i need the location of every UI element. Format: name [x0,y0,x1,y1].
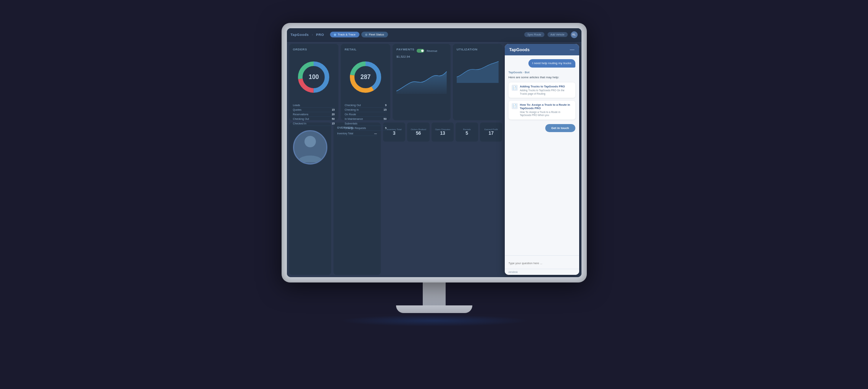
retail-card: Retail 287 [341,44,390,120]
dashboard-area: Orders 100 [289,44,502,275]
article-icon-1: 📄 [512,85,518,91]
metric-disputes: Open Disputes 13 [432,123,454,142]
area-chart-svg [396,62,447,100]
svg-point-9 [304,136,316,147]
list-item: Subrentals [345,121,386,126]
nav-tabs: Track & Trace Fleet Status [330,32,388,37]
article-card-1[interactable]: 📄 Adding Trucks to TapGoods PRO Adding T… [509,82,575,98]
nav-subtitle: PRO [316,33,324,37]
list-item: Quotes 15 [293,108,335,112]
orders-donut-number: 100 [309,74,319,81]
metric-value: 3 [386,131,403,136]
retail-card-title: Retail [345,48,386,51]
metric-value: 56 [410,131,427,136]
orders-list: Leads Quotes 15 Reservations [293,103,335,126]
metric-profit: Earned Profit 17 [480,123,502,142]
dashboard: TapGoods › PRO Track & Trace Fleet Statu… [287,28,581,277]
article-title-1: Adding Trucks to TapGoods PRO [520,85,572,88]
checkin-stats-card: Overview Inventory Total — [333,123,381,275]
orders-donut-wrap: 100 [293,54,335,100]
chat-title: TapGoods [509,47,530,52]
metric-value: 5 [459,131,475,136]
orders-donut: 100 [296,60,331,94]
chat-header: TapGoods — [505,44,579,55]
list-item: Checking In 15 [345,108,386,112]
chat-footer: zendesk [505,269,579,275]
utilization-chart [457,54,499,85]
article-card-2[interactable]: 📄 How To: Assign a Truck to a Route in T… [509,101,575,119]
payments-header: Payments Revenue [396,48,447,54]
metric-value: 13 [435,131,451,136]
utilization-card: Utilization [453,44,502,120]
monitor-neck [423,282,446,305]
utilization-title: Utilization [457,48,499,51]
bot-response: TapGoods · Bot Here are some articles th… [509,71,575,79]
metrics-row: Inventory Total 3 Orders Booked 56 Open … [383,123,502,142]
article-text-1: Adding Trucks to TapGoods PRO Adding Tru… [520,85,572,95]
retail-donut: 287 [348,60,383,94]
nav-tab-track[interactable]: Track & Trace [330,32,359,37]
user-message-bubble: I need help routing my trucks [528,59,575,68]
chat-close-button[interactable]: — [570,47,575,52]
payments-title: Payments [396,48,414,51]
metric-orders: Orders Booked 56 [407,123,430,142]
retail-list: Checking Out 9 Checking In 15 On Route [345,103,386,131]
chat-widget: TapGoods — I need help routing my trucks… [505,44,579,275]
orders-card-title: Orders [293,48,335,51]
top-nav: TapGoods › PRO Track & Trace Fleet Statu… [287,28,581,42]
chat-input-area [505,255,579,269]
cards-row: Orders 100 [289,44,502,120]
avatar-card [289,123,331,275]
stat-item: Inventory Total — [337,131,377,136]
list-item: Checking Out 9 [345,103,386,108]
retail-donut-number: 287 [361,74,371,81]
sync-route-btn[interactable]: Sync Route [524,32,544,37]
payments-card: Payments Revenue $1,522.94 [393,44,451,120]
bot-message: Here are some articles that may help: [509,75,575,79]
tab-dot [334,34,336,36]
article-desc-2: How To: Assign a Truck to a Route in Tap… [520,111,572,117]
nav-tab-fleet[interactable]: Fleet Status [361,32,388,37]
monitor-screen-wrap: TapGoods › PRO Track & Trace Fleet Statu… [282,23,587,282]
nav-avatar[interactable]: RL [571,31,578,38]
revenue-toggle[interactable] [417,49,424,53]
list-item: Leads [293,103,335,108]
orders-card: Orders 100 [289,44,339,120]
bot-label: TapGoods · Bot [509,71,575,74]
chat-input[interactable] [509,261,575,265]
list-item: On Route [345,112,386,117]
article-icon-2: 📄 [512,103,518,109]
nav-logo: TapGoods [291,33,309,37]
list-item: In Maintenance 50 [345,117,386,121]
list-item: Reservations 20 [293,112,335,117]
stats-row: Overview Inventory Total — I [289,123,502,275]
list-item: Checked In 15 [293,121,335,126]
retail-donut-wrap: 287 [345,54,386,100]
monitor-shadow [339,315,530,326]
metric-rentals: Rentals 5 [456,123,478,142]
monitor-screen: TapGoods › PRO Track & Trace Fleet Statu… [287,28,581,277]
add-vehicle-btn[interactable]: Add Vehicle [548,32,568,37]
zendesk-label: zendesk [509,271,518,273]
revenue-label: Revenue [427,50,437,52]
monitor-base [396,305,472,313]
list-item: Change Requests 5 [345,126,386,131]
tab-dot-2 [365,34,367,36]
article-desc-1: Adding Trucks to TapGoods PRO On the Tru… [520,89,572,95]
main-content: Orders 100 [287,42,581,277]
user-avatar [293,130,327,165]
metric-value: 17 [483,131,499,136]
avatar-silhouette-svg [294,130,326,163]
payment-value: $1,522.94 [396,55,447,58]
article-title-2: How To: Assign a Truck to a Route in Tap… [520,103,572,110]
get-in-touch-button[interactable]: Get in touch [545,124,575,132]
metrics-area: Inventory Total 3 Orders Booked 56 Open … [383,123,502,275]
toggle-dot [421,50,424,52]
article-text-2: How To: Assign a Truck to a Route in Tap… [520,103,572,117]
nav-right: Sync Route Add Vehicle RL [524,31,577,38]
chat-body: I need help routing my trucks TapGoods ·… [505,55,579,255]
list-item: Checking Out 50 [293,117,335,121]
monitor-outer: TapGoods › PRO Track & Trace Fleet Statu… [278,23,591,366]
